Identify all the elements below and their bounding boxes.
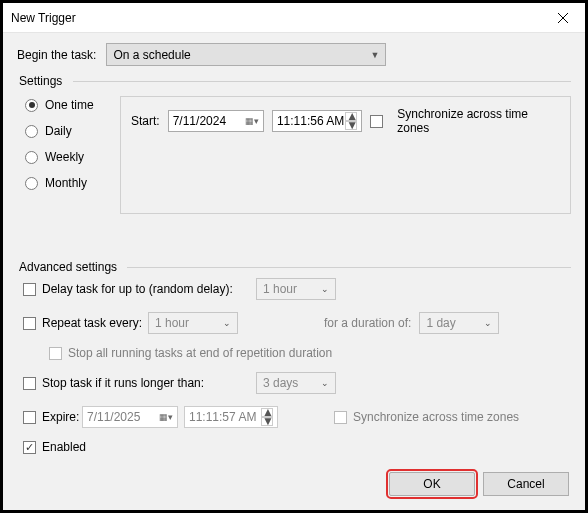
chevron-down-icon: ⌄ — [484, 318, 492, 328]
stop-longer-label: Stop task if it runs longer than: — [42, 376, 256, 390]
sync-timezones-checkbox[interactable] — [370, 115, 383, 128]
radio-weekly-label: Weekly — [45, 150, 84, 164]
settings-divider — [73, 81, 571, 82]
delay-value: 1 hour — [263, 282, 297, 296]
chevron-down-icon: ⌄ — [223, 318, 231, 328]
repeat-label: Repeat task every: — [42, 316, 148, 330]
spinner-icon: ▲▼ — [345, 112, 357, 130]
radio-weekly[interactable]: Weekly — [25, 150, 120, 164]
begin-task-select[interactable]: On a schedule ▼ — [106, 43, 386, 66]
stop-running-label: Stop all running tasks at end of repetit… — [68, 346, 332, 360]
radio-monthly-label: Monthly — [45, 176, 87, 190]
delay-label: Delay task for up to (random delay): — [42, 282, 256, 296]
begin-task-label: Begin the task: — [17, 48, 96, 62]
expire-date-input[interactable]: 7/11/2025 ▦▾ — [82, 406, 178, 428]
radio-daily-label: Daily — [45, 124, 72, 138]
cancel-button-label: Cancel — [507, 477, 544, 491]
expire-time-value: 11:11:57 AM — [189, 410, 256, 424]
duration-select[interactable]: 1 day ⌄ — [419, 312, 499, 334]
expire-date-value: 7/11/2025 — [87, 410, 140, 424]
start-date-value: 7/11/2024 — [173, 114, 226, 128]
close-icon — [558, 13, 568, 23]
stop-running-checkbox — [49, 347, 62, 360]
repeat-checkbox[interactable] — [23, 317, 36, 330]
stop-longer-select[interactable]: 3 days ⌄ — [256, 372, 336, 394]
titlebar: New Trigger — [3, 3, 585, 33]
start-date-input[interactable]: 7/11/2024 ▦▾ — [168, 110, 264, 132]
begin-task-value: On a schedule — [113, 48, 190, 62]
expire-label: Expire: — [42, 410, 82, 424]
enabled-checkbox[interactable] — [23, 441, 36, 454]
duration-label: for a duration of: — [324, 316, 411, 330]
ok-button-label: OK — [423, 477, 440, 491]
sync-timezones-label: Synchronize across time zones — [397, 107, 560, 135]
radio-one-time-label: One time — [45, 98, 94, 112]
repeat-select[interactable]: 1 hour ⌄ — [148, 312, 238, 334]
start-time-value: 11:11:56 AM — [277, 114, 344, 128]
chevron-down-icon: ⌄ — [321, 284, 329, 294]
chevron-down-icon: ⌄ — [321, 378, 329, 388]
radio-icon — [25, 151, 38, 164]
radio-icon — [25, 177, 38, 190]
window-title: New Trigger — [11, 11, 76, 25]
radio-icon — [25, 125, 38, 138]
radio-daily[interactable]: Daily — [25, 124, 120, 138]
stop-longer-checkbox[interactable] — [23, 377, 36, 390]
calendar-icon: ▦▾ — [245, 116, 259, 126]
radio-monthly[interactable]: Monthly — [25, 176, 120, 190]
radio-one-time[interactable]: One time — [25, 98, 120, 112]
stop-longer-value: 3 days — [263, 376, 298, 390]
enabled-label: Enabled — [42, 440, 86, 454]
duration-value: 1 day — [426, 316, 455, 330]
start-label: Start: — [131, 114, 160, 128]
delay-select[interactable]: 1 hour ⌄ — [256, 278, 336, 300]
start-time-input[interactable]: 11:11:56 AM ▲▼ — [272, 110, 362, 132]
cancel-button[interactable]: Cancel — [483, 472, 569, 496]
calendar-icon: ▦▾ — [159, 412, 173, 422]
spinner-icon: ▲▼ — [261, 408, 273, 426]
expire-sync-label: Synchronize across time zones — [353, 410, 519, 424]
ok-button[interactable]: OK — [389, 472, 475, 496]
new-trigger-dialog: New Trigger Begin the task: On a schedul… — [3, 3, 585, 510]
repeat-value: 1 hour — [155, 316, 189, 330]
chevron-down-icon: ▼ — [370, 50, 379, 60]
expire-checkbox[interactable] — [23, 411, 36, 424]
start-panel: Start: 7/11/2024 ▦▾ 11:11:56 AM ▲▼ Synch… — [120, 96, 571, 214]
radio-icon — [25, 99, 38, 112]
close-button[interactable] — [540, 3, 585, 33]
expire-time-input[interactable]: 11:11:57 AM ▲▼ — [184, 406, 278, 428]
advanced-divider — [127, 267, 571, 268]
expire-sync-checkbox — [334, 411, 347, 424]
delay-checkbox[interactable] — [23, 283, 36, 296]
